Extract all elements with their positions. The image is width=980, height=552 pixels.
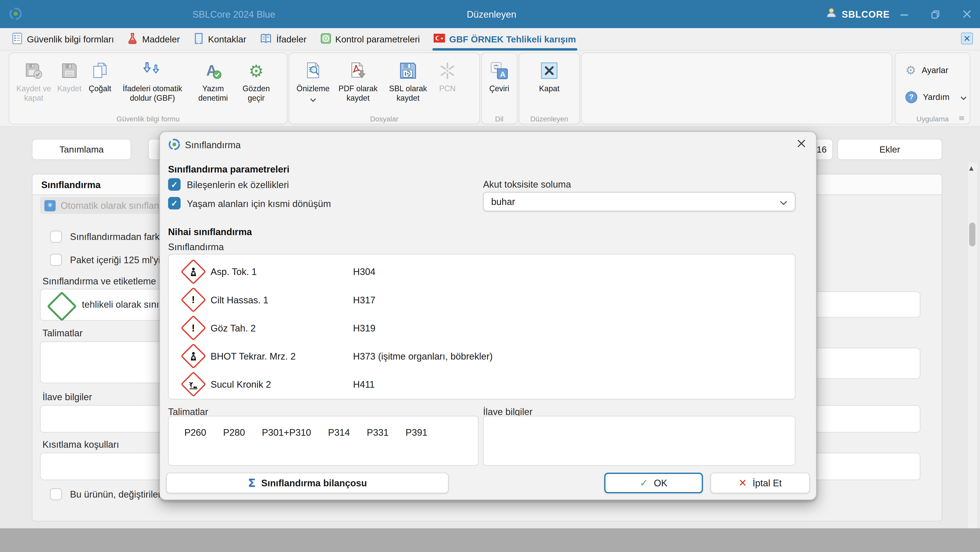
app-window: SBLCore 2024 Blue Düzenleyen SBLCORE (0, 0, 980, 552)
p-code[interactable]: P280 (223, 427, 245, 465)
habitats-checkbox[interactable]: ✓ (168, 197, 181, 209)
tab-gbf-ornek-tehlikeli-karisim[interactable]: ★ GBF ÖRNEK Tehlikeli karışım (427, 28, 583, 50)
ghs08-health-hazard-icon (178, 347, 208, 365)
green-gear-icon: ⚙ (248, 57, 264, 85)
button-label: SBL olarak kaydet (383, 85, 433, 103)
button-label: PCN (439, 85, 456, 94)
ghs07-exclamation-icon: ! (178, 291, 208, 309)
different-labeling-checkbox[interactable] (50, 231, 62, 242)
cancel-button[interactable]: ✕ İptal Et (711, 473, 810, 493)
user-account[interactable]: SBLCORE (826, 0, 889, 28)
ribbon-group-sds: Kaydet ve kapat Kaydet (9, 53, 287, 124)
ribbon-group-label: Dosyalar (290, 115, 479, 123)
tab-ifadeler[interactable]: İfadeler (253, 28, 313, 50)
spellcheck-icon: A (204, 57, 223, 85)
p-code[interactable]: P391 (406, 427, 428, 465)
book-icon (260, 33, 272, 45)
button-label: PDF olarak kaydet (333, 85, 383, 103)
p-code[interactable]: P260 (185, 427, 206, 465)
question-circle-icon: ? (905, 91, 917, 103)
button-label: İptal Et (752, 478, 781, 488)
settings-button[interactable]: ⚙ Ayarlar (905, 61, 970, 79)
sbl-floppy-icon (399, 57, 417, 85)
tab-label: GBF ÖRNEK Tehlikeli karışım (449, 34, 576, 44)
hazard-statement-code: H304 (353, 266, 375, 277)
dialog-logo-icon (167, 137, 181, 154)
menu-icon[interactable]: ≡ (959, 114, 965, 123)
modified-sds-checkbox[interactable] (50, 488, 62, 500)
tab-label: Maddeler (142, 34, 180, 44)
document-title: Düzenleyen (467, 9, 516, 19)
scrollbar-track[interactable] (968, 163, 977, 538)
scroll-up-icon[interactable]: ▲ (969, 165, 974, 171)
classification-row[interactable]: ! Göz Tah. 2 H319 (178, 314, 795, 342)
button-label: Ayarlar (922, 65, 948, 75)
flask-icon (128, 32, 138, 46)
p-code[interactable]: P331 (367, 427, 389, 465)
close-editor-button[interactable]: Kapat (530, 55, 568, 94)
precautionary-codes-box[interactable]: P260 P280 P301+P310 P314 P331 P391 (168, 416, 479, 466)
save-as-pdf-button[interactable]: PDF olarak kaydet (333, 55, 383, 103)
section-tab-tanimlama[interactable]: Tanımlama (32, 139, 131, 160)
additional-info-label: İlave bilgiler (42, 391, 92, 402)
p-code[interactable]: P314 (328, 427, 350, 465)
button-label: Gözden geçir (237, 85, 275, 103)
title-bar: SBLCore 2024 Blue Düzenleyen SBLCORE (0, 0, 980, 28)
parameters-heading: Sınıflandırma parametreleri (168, 164, 290, 174)
acute-toxicity-select[interactable]: buhar (483, 192, 795, 211)
ok-button[interactable]: ✓ OK (604, 473, 703, 493)
dialog-close-icon[interactable] (797, 139, 806, 150)
save-button[interactable]: Kaydet (54, 55, 84, 94)
tab-maddeler[interactable]: Maddeler (121, 28, 187, 50)
save-as-sbl-button[interactable]: SBL olarak kaydet (383, 55, 433, 103)
section-tab-label: Ekler (879, 144, 900, 154)
green-diamond-icon (47, 291, 77, 321)
components-checkbox-label: Bileşenlerin ek özellikleri (187, 179, 289, 190)
gear-icon: ⚙ (905, 63, 916, 77)
button-label: Önizleme (296, 85, 329, 94)
package-125ml-checkbox[interactable] (50, 254, 62, 265)
check-icon: ✓ (171, 199, 178, 208)
tab-label: Kontrol parametreleri (335, 34, 420, 44)
classification-row[interactable]: Asp. Tok. 1 H304 (178, 258, 795, 286)
ribbon-group-application: ⚙ Ayarlar ? Yardım Uygulama ≡ (895, 53, 970, 124)
save-close-icon (24, 57, 44, 85)
ribbon-group-label: Düzenleyen (519, 115, 579, 123)
autofill-phrases-button[interactable]: İfadeleri otomatik doldur (GBF) (116, 55, 189, 103)
dialog-title: Sınıflandırma (185, 140, 240, 150)
close-document-tab-button[interactable] (961, 32, 973, 44)
save-and-close-button[interactable]: Kaydet ve kapat (13, 55, 54, 103)
spellcheck-button[interactable]: A Yazım denetimi (189, 55, 237, 103)
duplicate-button[interactable]: Çoğalt (84, 55, 115, 94)
tab-guvenlik-bilgi-formlari[interactable]: Güvenlik bilgi formları (5, 28, 121, 50)
dialog-additional-info-field[interactable] (483, 416, 795, 466)
components-checkbox[interactable]: ✓ (168, 178, 181, 191)
section-tab-ekler[interactable]: Ekler (837, 139, 942, 160)
classification-row[interactable]: Sucul Kronik 2 H411 (178, 370, 795, 398)
tab-kontaklar[interactable]: Kontaklar (187, 28, 253, 50)
minimize-button[interactable] (900, 10, 908, 18)
classification-row[interactable]: BHOT Tekrar. Mrz. 2 H373 (işitme organla… (178, 342, 795, 370)
translate-button[interactable]: A Çeviri (485, 55, 513, 94)
help-button[interactable]: ? Yardım (905, 88, 970, 106)
classification-balance-button[interactable]: Σ Sınıflandırma bilançosu (166, 473, 449, 493)
tab-kontrol-parametreleri[interactable]: Kontrol parametreleri (313, 28, 427, 50)
classification-list: Asp. Tok. 1 H304 ! Cilt Hassas. 1 H317 !… (168, 254, 795, 399)
close-window-button[interactable] (963, 10, 972, 19)
user-name: SBLCORE (842, 9, 889, 19)
restore-button[interactable] (931, 10, 940, 18)
p-code[interactable]: P301+P310 (262, 427, 311, 465)
preview-button[interactable]: Önizleme (293, 55, 333, 104)
copy-icon (91, 57, 109, 85)
review-button[interactable]: ⚙ Gözden geçir (237, 55, 275, 103)
instructions-label: Talimatlar (42, 328, 83, 338)
pcn-button[interactable]: PCN (433, 55, 462, 94)
classification-row[interactable]: ! Cilt Hassas. 1 H317 (178, 286, 795, 314)
ghs07-exclamation-icon: ! (178, 319, 208, 337)
scrollbar-thumb[interactable] (969, 223, 975, 246)
sigma-icon: Σ (248, 476, 256, 490)
building-icon (194, 32, 204, 46)
habitats-checkbox-label: Yaşam alanları için kısmi dönüşüm (187, 198, 331, 209)
red-x-icon: ✕ (739, 477, 747, 489)
check-icon: ✓ (171, 180, 178, 189)
